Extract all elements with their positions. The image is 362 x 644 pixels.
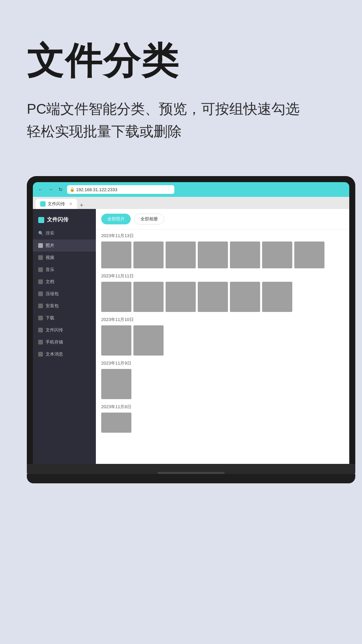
sidebar-item-download[interactable]: 下载	[33, 312, 96, 324]
subtitle-line2: 轻松实现批量下载或删除	[27, 123, 182, 139]
hero-subtitle: PC端文件智能分类、预览，可按组快速勾选 轻松实现批量下载或删除	[27, 98, 335, 143]
tab-label: 文件闪传	[48, 201, 65, 207]
sidebar-item-music[interactable]: 音乐	[33, 264, 96, 276]
sidebar-item-videos[interactable]: 视频	[33, 252, 96, 264]
photo-thumb[interactable]	[101, 325, 131, 356]
group-date-nov8: 2023年11月8日	[101, 404, 344, 410]
tab-close-button[interactable]: ✕	[69, 202, 72, 206]
sidebar-item-photos[interactable]: 照片	[33, 239, 96, 252]
photo-groups-container: 2023年11月13日	[96, 229, 349, 464]
filter-all-photos[interactable]: 全部照片	[101, 214, 131, 224]
search-icon: 🔍	[38, 231, 44, 236]
flash-icon	[38, 328, 43, 332]
page: 文件分类 PC端文件智能分类、预览，可按组快速勾选 轻松实现批量下载或删除 ← …	[0, 0, 362, 644]
refresh-button[interactable]: ↻	[57, 186, 64, 193]
page-title: 文件分类	[27, 40, 335, 81]
photo-thumb[interactable]	[198, 282, 228, 312]
photo-thumb[interactable]	[198, 241, 228, 268]
zip-icon	[38, 291, 43, 296]
photo-group-nov11: 2023年11月11日	[101, 273, 344, 312]
photo-thumb[interactable]	[294, 241, 324, 268]
browser-tab-active[interactable]: 文件闪传 ✕	[36, 199, 77, 209]
laptop-base	[27, 464, 355, 474]
photo-thumb[interactable]	[101, 413, 131, 433]
photo-group-nov10: 2023年11月10日	[101, 317, 344, 356]
text-msg-label: 文本消息	[46, 351, 63, 357]
back-button[interactable]: ←	[37, 186, 44, 193]
url-text: 192.168.31.122:2333	[76, 187, 117, 192]
text-msg-icon	[38, 352, 43, 357]
photo-thumb[interactable]	[133, 282, 164, 312]
photo-group-nov9: 2023年11月9日	[101, 360, 344, 399]
laptop-stand	[27, 474, 355, 483]
photo-group-nov8: 2023年11月8日	[101, 404, 344, 433]
install-icon	[38, 304, 43, 308]
photo-grid-nov13	[101, 241, 344, 268]
group-date-nov10: 2023年11月10日	[101, 317, 344, 323]
music-icon	[38, 267, 43, 272]
phone-label: 手机存储	[46, 339, 63, 345]
sidebar-search[interactable]: 🔍 搜索	[33, 228, 96, 238]
sidebar-item-phone[interactable]: 手机存储	[33, 336, 96, 348]
laptop-section: ← → ↻ 🔒 192.168.31.122:2333 文件闪传	[0, 176, 362, 644]
photo-thumb[interactable]	[166, 241, 196, 268]
photo-group-nov13: 2023年11月13日	[101, 233, 344, 268]
photo-thumb[interactable]	[133, 325, 164, 356]
docs-icon	[38, 279, 43, 284]
download-label: 下载	[46, 315, 54, 321]
sidebar: 文件闪传 🔍 搜索 照片	[33, 209, 96, 464]
photo-thumb[interactable]	[101, 282, 131, 312]
videos-icon	[38, 255, 43, 260]
main-content: 全部照片 全部相册 2023年11月13日	[96, 209, 349, 464]
photo-thumb[interactable]	[133, 241, 164, 268]
videos-label: 视频	[46, 255, 54, 261]
photo-grid-nov9	[101, 369, 344, 399]
group-date-nov11: 2023年11月11日	[101, 273, 344, 279]
photo-thumb[interactable]	[262, 241, 292, 268]
sidebar-item-docs[interactable]: 文档	[33, 276, 96, 288]
group-date-nov9: 2023年11月9日	[101, 360, 344, 366]
music-label: 音乐	[46, 267, 54, 273]
install-label: 安装包	[46, 303, 59, 309]
filter-all-albums[interactable]: 全部相册	[134, 214, 164, 224]
photo-thumb[interactable]	[230, 282, 260, 312]
docs-label: 文档	[46, 279, 54, 285]
laptop-screen: ← → ↻ 🔒 192.168.31.122:2333 文件闪传	[33, 182, 349, 464]
flash-label: 文件闪传	[46, 327, 63, 333]
laptop-mockup: ← → ↻ 🔒 192.168.31.122:2333 文件闪传	[27, 176, 355, 644]
photo-thumb[interactable]	[101, 241, 131, 268]
new-tab-button[interactable]: +	[77, 202, 86, 209]
sidebar-item-install[interactable]: 安装包	[33, 300, 96, 312]
photo-grid-nov8	[101, 413, 344, 433]
download-icon	[38, 316, 43, 320]
photo-thumb[interactable]	[230, 241, 260, 268]
filter-bar: 全部照片 全部相册	[96, 209, 349, 229]
laptop-frame: ← → ↻ 🔒 192.168.31.122:2333 文件闪传	[27, 176, 355, 464]
photo-grid-nov11	[101, 282, 344, 312]
forward-button[interactable]: →	[47, 186, 54, 193]
browser-tabs-bar: 文件闪传 ✕ +	[33, 197, 349, 209]
search-label: 搜索	[46, 230, 54, 236]
photos-label: 照片	[46, 243, 54, 249]
app-name: 文件闪传	[47, 216, 68, 223]
browser-toolbar: ← → ↻ 🔒 192.168.31.122:2333	[33, 182, 349, 197]
url-bar[interactable]: 🔒 192.168.31.122:2333	[67, 185, 174, 194]
zip-label: 压缩包	[46, 291, 59, 297]
sidebar-title: 文件闪传	[33, 214, 96, 228]
tab-favicon	[40, 201, 46, 207]
photos-icon	[38, 243, 43, 248]
photo-thumb[interactable]	[262, 282, 292, 312]
subtitle-line1: PC端文件智能分类、预览，可按组快速勾选	[27, 101, 300, 117]
photo-grid-nov10	[101, 325, 344, 356]
phone-icon	[38, 340, 43, 344]
app-window: 文件闪传 🔍 搜索 照片	[33, 209, 349, 464]
sidebar-item-flash[interactable]: 文件闪传	[33, 324, 96, 336]
app-logo-icon	[38, 217, 44, 223]
sidebar-item-zip[interactable]: 压缩包	[33, 288, 96, 300]
sidebar-item-text[interactable]: 文本消息	[33, 348, 96, 360]
group-date-nov13: 2023年11月13日	[101, 233, 344, 239]
photo-thumb[interactable]	[101, 369, 131, 399]
hero-section: 文件分类 PC端文件智能分类、预览，可按组快速勾选 轻松实现批量下载或删除	[0, 0, 362, 163]
photo-thumb[interactable]	[166, 282, 196, 312]
